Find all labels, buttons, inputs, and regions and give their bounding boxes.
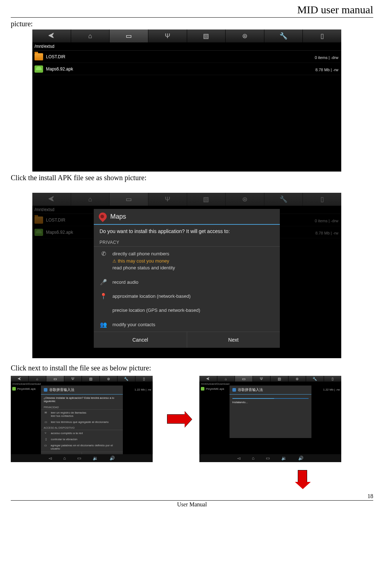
file-meta: 1.22 Mb | -rw xyxy=(323,388,340,391)
tab-back-icon: ⮜ xyxy=(32,193,71,206)
permission-text: leer los términos que agregaste al dicci… xyxy=(51,420,109,424)
book-icon: ▭ xyxy=(44,444,48,450)
toolbar: ⮜ ⌂ ▭ Ψ ▧ ⊛ 🔧 ▯ xyxy=(32,193,341,206)
file-meta: 8.78 Mb | -rw xyxy=(315,231,338,235)
permission-text: modify your contacts xyxy=(112,321,274,328)
permission-row: ✉leer un registro de llamadasleer tus co… xyxy=(41,410,123,419)
tab-video-icon[interactable]: ⊛ xyxy=(225,29,264,42)
contacts-icon: 👥 xyxy=(100,321,107,328)
screenshot-install-dialog: ⮜ ⌂ ▭ Ψ ▧ ⊛ 🔧 ▯ /mnt/extsd LOST.DIR Maps… xyxy=(32,193,341,358)
nav-volup-icon[interactable]: 🔊 xyxy=(298,456,304,461)
tab-tools-icon: 🔧 xyxy=(306,376,324,382)
tab-document-icon: ▯ xyxy=(302,193,341,206)
permission-row: 🎤 record audio xyxy=(94,275,280,290)
tab-usb-icon[interactable]: Ψ xyxy=(148,29,187,42)
dialog-title: Maps xyxy=(110,213,126,220)
tab-video-icon: ⊛ xyxy=(288,376,306,382)
permission-text: precise location (GPS and network-based) xyxy=(112,307,200,313)
apk-icon xyxy=(12,387,16,391)
tab-back-icon: ⮜ xyxy=(11,376,28,382)
wifi-icon: ᯤ xyxy=(44,432,48,435)
caption-click-next: Click next to install the file see as be… xyxy=(11,364,373,372)
arrow-right-icon xyxy=(167,414,185,424)
permission-warning: this may cost you money xyxy=(112,257,274,265)
tab-picture-icon[interactable]: ▧ xyxy=(187,29,226,42)
footer-rule xyxy=(11,500,373,501)
tab-tools-icon[interactable]: 🔧 xyxy=(264,29,303,42)
caption-picture: picture: xyxy=(11,20,373,28)
tab-document-icon[interactable]: ▯ xyxy=(302,29,341,42)
phone-icon: ✉ xyxy=(44,411,48,418)
location-icon: 📍 xyxy=(100,293,107,300)
path-bar: /mnt/extsd xyxy=(32,42,341,51)
toolbar: ⮜ ⌂ ▭ Ψ ▧ ⊛ 🔧 ▯ xyxy=(199,376,341,382)
tab-sd-icon[interactable]: ▭ xyxy=(109,29,148,42)
file-meta: 1.22 Mb | -rw xyxy=(134,388,151,391)
file-name: LOST.DIR xyxy=(46,218,65,223)
book-icon: ▭ xyxy=(44,420,48,424)
tab-video-icon: ⊛ xyxy=(225,193,264,206)
permission-row: ▯controlar la vibración xyxy=(41,436,123,442)
dialog-question: ¿Deseas instalar la aplicación? Esta ten… xyxy=(41,395,123,405)
page-number: 18 xyxy=(11,493,373,500)
android-navbar: ◅ ⌂ ▭ 🔉 🔊 xyxy=(11,454,153,462)
header-rule xyxy=(11,17,373,18)
tab-document-icon: ▯ xyxy=(324,376,342,382)
apk-icon xyxy=(201,387,204,391)
tab-picture-icon: ▧ xyxy=(82,376,100,382)
apk-icon xyxy=(34,229,43,236)
screenshot-small-permissions: ⮜ ⌂ ▭ Ψ ▧ ⊛ 🔧 ▯ /mnt/sdcard/Download Pin… xyxy=(11,376,153,462)
install-dialog: Maps Do you want to install this applica… xyxy=(93,209,280,348)
nav-voldown-icon[interactable]: 🔉 xyxy=(93,456,98,461)
file-row[interactable]: Maps6.92.apk xyxy=(32,63,341,75)
tab-picture-icon: ▧ xyxy=(270,376,288,382)
tab-back-icon: ⮜ xyxy=(199,376,217,382)
android-navbar: ◅ ⌂ ▭ 🔉 🔊 xyxy=(199,454,341,462)
permission-text: directly call phone numbers xyxy=(112,251,169,256)
file-name: LOST.DIR xyxy=(46,54,65,59)
permission-row: 📍 approximate location (network-based) p… xyxy=(94,289,280,318)
permission-row: ▭leer los términos que agregaste al dicc… xyxy=(41,419,123,425)
nav-recent-icon[interactable]: ▭ xyxy=(266,456,270,461)
caption-install-apk: Click the install APK file see as shown … xyxy=(11,174,373,182)
nav-back-icon[interactable]: ◅ xyxy=(237,456,240,461)
tab-video-icon: ⊛ xyxy=(100,376,117,382)
permission-text: leer tus contactos xyxy=(51,414,74,418)
permission-text: agregar palabras en el diccionario defin… xyxy=(51,444,120,450)
file-row[interactable]: LOST.DIR xyxy=(32,51,341,63)
tab-disk-icon[interactable]: ⌂ xyxy=(71,29,110,42)
tab-usb-icon: Ψ xyxy=(148,193,187,206)
dialog-section: PRIVACIDAD xyxy=(41,405,123,410)
folder-icon xyxy=(34,53,43,60)
arrow-down-icon xyxy=(298,470,307,482)
permission-row: ᯤacceso completo a la red xyxy=(41,430,123,436)
nav-voldown-icon[interactable]: 🔉 xyxy=(281,456,287,461)
permission-text: acceso completo a la red xyxy=(51,432,83,435)
permission-text: record audio xyxy=(112,279,274,286)
tab-sd-icon: ▭ xyxy=(235,376,253,382)
cancel-button[interactable]: Cancel xyxy=(94,332,187,348)
next-button[interactable]: Next xyxy=(187,332,280,348)
nav-volup-icon[interactable]: 🔊 xyxy=(110,456,115,461)
dialog-section-privacy: PRIVACY xyxy=(94,236,280,247)
screenshot-small-installing: ⮜ ⌂ ▭ Ψ ▧ ⊛ 🔧 ▯ /mnt/sdcard/Download Pin… xyxy=(199,376,341,462)
file-name: PinyinIME.apk xyxy=(17,387,36,391)
screenshot-file-manager: ⮜ ⌂ ▭ Ψ ▧ ⊛ 🔧 ▯ /mnt/extsd LOST.DIR Maps… xyxy=(32,29,341,172)
installing-dialog: 谷歌拼音输入法 Instalando... xyxy=(229,385,312,438)
dialog-title: 谷歌拼音输入法 xyxy=(49,387,74,392)
dialog-title-row: Maps xyxy=(94,209,280,224)
nav-home-icon[interactable]: ⌂ xyxy=(252,456,254,461)
tab-sd-icon: ▭ xyxy=(109,193,148,206)
app-icon xyxy=(232,388,236,392)
footer-label: User Manual xyxy=(11,501,373,508)
dialog-section: ACCESO AL DISPOSITIVO xyxy=(41,425,123,430)
nav-recent-icon[interactable]: ▭ xyxy=(77,456,81,461)
nav-back-icon[interactable]: ◅ xyxy=(48,456,52,461)
tab-picture-icon: ▧ xyxy=(187,193,226,206)
nav-home-icon[interactable]: ⌂ xyxy=(63,456,66,461)
tab-document-icon: ▯ xyxy=(135,376,153,382)
microphone-icon: 🎤 xyxy=(100,279,107,286)
toolbar: ⮜ ⌂ ▭ Ψ ▧ ⊛ 🔧 ▯ xyxy=(32,29,341,42)
app-icon xyxy=(44,388,47,392)
tab-back-icon[interactable]: ⮜ xyxy=(32,29,71,42)
